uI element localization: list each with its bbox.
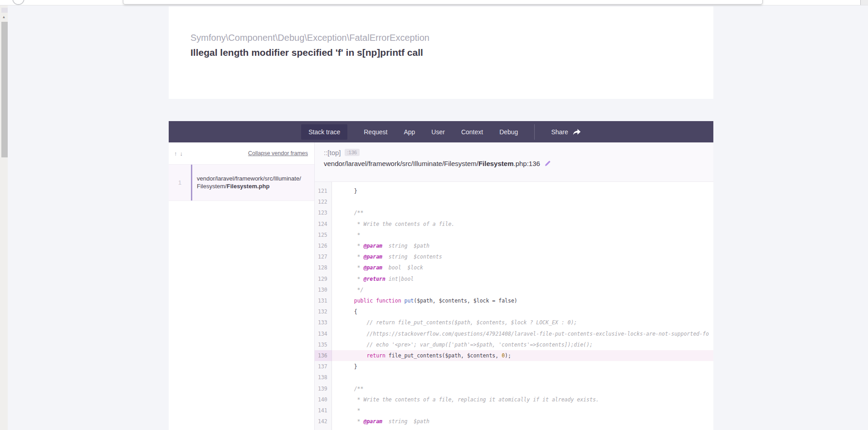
method-name: ::[top] (324, 149, 341, 156)
code-line: 142 * @param string $path (315, 416, 713, 427)
code-line: 135 // echo '<pre>'; var_dump(['path'=>$… (315, 339, 713, 350)
line-number: 126 (315, 240, 332, 251)
file-path: vendor/laravel/framework/src/Illuminate/… (324, 160, 713, 167)
code-line: 139 /** (315, 383, 713, 394)
code-text (332, 372, 713, 383)
line-number: 131 (315, 295, 332, 306)
line-number-badge: :136 (345, 149, 360, 156)
line-number: 141 (315, 405, 332, 416)
code-line: 138 (315, 372, 713, 383)
share-icon (573, 128, 581, 135)
code-text: * @param string $path (332, 416, 713, 427)
line-number: 132 (315, 306, 332, 317)
code-text: return file_put_contents($path, $content… (332, 350, 713, 361)
method-line: ::[top]:136 (324, 149, 713, 156)
code-text: // return file_put_contents($path, $cont… (332, 317, 713, 328)
frame-path-line1: vendor/laravel/framework/src/Illuminate/ (197, 175, 301, 183)
line-number: 122 (315, 196, 332, 207)
tab-user[interactable]: User (431, 121, 445, 142)
code-line: 122 (315, 196, 713, 207)
code-text: * (332, 230, 713, 240)
browser-right-control[interactable] (860, 0, 868, 5)
trace-body: ↑ ↓ Collapse vendor frames 1 vendor/lara… (169, 142, 713, 430)
code-lines: 121 }122123 /**124 * Write the contents … (315, 186, 713, 427)
tab-stack-trace[interactable]: Stack trace (301, 124, 347, 140)
code-line: 126 * @param string $path (315, 240, 713, 251)
line-number: 135 (315, 339, 332, 350)
code-text: * @return int|bool (332, 274, 713, 284)
line-number: 128 (315, 262, 332, 273)
line-number: 124 (315, 219, 332, 230)
code-line: 141 * (315, 405, 713, 416)
code-text: /** (332, 383, 713, 394)
line-number: 139 (315, 383, 332, 394)
tab-request[interactable]: Request (364, 121, 387, 142)
exception-card: Symfony\Component\Debug\Exception\FatalE… (169, 6, 713, 99)
edit-file-icon[interactable] (544, 161, 551, 167)
line-number: 138 (315, 372, 332, 383)
line-number: 121 (315, 186, 332, 196)
code-text: //https://stackoverflow.com/questions/47… (332, 328, 713, 339)
code-line: 131 public function put($path, $contents… (315, 295, 713, 306)
code-line: 133 // return file_put_contents($path, $… (315, 317, 713, 328)
code-line: 134 //https://stackoverflow.com/question… (315, 328, 713, 339)
code-text: * Write the contents of a file. (332, 219, 713, 230)
line-number: 123 (315, 207, 332, 218)
code-text: public function put($path, $contents, $l… (332, 295, 713, 306)
line-number: 130 (315, 284, 332, 295)
code-line-highlighted: 136 return file_put_contents($path, $con… (315, 350, 713, 361)
trace-panel: Stack traceRequestAppUserContextDebug Sh… (169, 121, 713, 430)
line-number: 142 (315, 416, 332, 427)
collapse-vendor-frames-link[interactable]: Collapse vendor frames (248, 150, 308, 156)
line-number: 137 (315, 361, 332, 372)
code-viewer: ::[top]:136 vendor/laravel/framework/src… (315, 142, 713, 430)
exception-message: Illegal length modifier specified 'f' in… (190, 47, 695, 58)
frame-path-line2: Filesystem/Filesystem.php (197, 183, 301, 191)
code-line: 137 } (315, 361, 713, 372)
scrollbar-thumb[interactable] (1, 22, 8, 157)
code-text (332, 196, 713, 207)
code-text: /** (332, 207, 713, 218)
tab-app[interactable]: App (404, 121, 415, 142)
prev-frame-button[interactable]: ↑ (173, 150, 179, 157)
code-text: * @param bool $lock (332, 262, 713, 273)
line-number: 140 (315, 394, 332, 405)
scroll-up-button[interactable]: ▲ (0, 14, 8, 21)
code-line: 140 * Write the contents of a file, repl… (315, 394, 713, 405)
code-area: 121 }122123 /**124 * Write the contents … (315, 182, 713, 430)
tab-context[interactable]: Context (461, 121, 483, 142)
line-number: 125 (315, 230, 332, 240)
tab-debug[interactable]: Debug (499, 121, 518, 142)
share-button[interactable]: Share (551, 128, 580, 136)
frames-header: ↑ ↓ Collapse vendor frames (169, 142, 314, 165)
code-line: 127 * @param string $contents (315, 251, 713, 262)
line-number: 127 (315, 251, 332, 262)
frame-path: vendor/laravel/framework/src/Illuminate/… (192, 165, 307, 200)
page-scrollbar[interactable]: ▲ (0, 5, 8, 430)
code-text: * @param string $contents (332, 251, 713, 262)
line-number: 129 (315, 274, 332, 284)
frame-item-selected[interactable]: 1 vendor/laravel/framework/src/Illuminat… (169, 165, 314, 201)
code-text: * (332, 405, 713, 416)
share-button-label: Share (551, 128, 568, 136)
code-line: 125 * (315, 230, 713, 240)
code-text: } (332, 186, 713, 196)
code-header: ::[top]:136 vendor/laravel/framework/src… (315, 142, 713, 182)
code-text: */ (332, 284, 713, 295)
frames-sidebar: ↑ ↓ Collapse vendor frames 1 vendor/lara… (169, 142, 315, 430)
code-text: } (332, 361, 713, 372)
next-frame-button[interactable]: ↓ (179, 150, 185, 157)
line-number: 136 (315, 350, 332, 361)
code-line: 124 * Write the contents of a file. (315, 219, 713, 230)
code-line: 121 } (315, 186, 713, 196)
tab-list: Stack traceRequestAppUserContextDebug Sh… (301, 121, 581, 142)
code-text: { (332, 306, 713, 317)
code-text: * @param string $path (332, 240, 713, 251)
frame-index: 1 (169, 165, 191, 200)
line-number: 133 (315, 317, 332, 328)
browser-circle-control[interactable] (12, 0, 24, 5)
code-line: 123 /** (315, 207, 713, 218)
error-page: Symfony\Component\Debug\Exception\FatalE… (169, 6, 713, 99)
browser-address-bar[interactable] (123, 0, 763, 5)
exception-class: Symfony\Component\Debug\Exception\FatalE… (190, 32, 695, 44)
